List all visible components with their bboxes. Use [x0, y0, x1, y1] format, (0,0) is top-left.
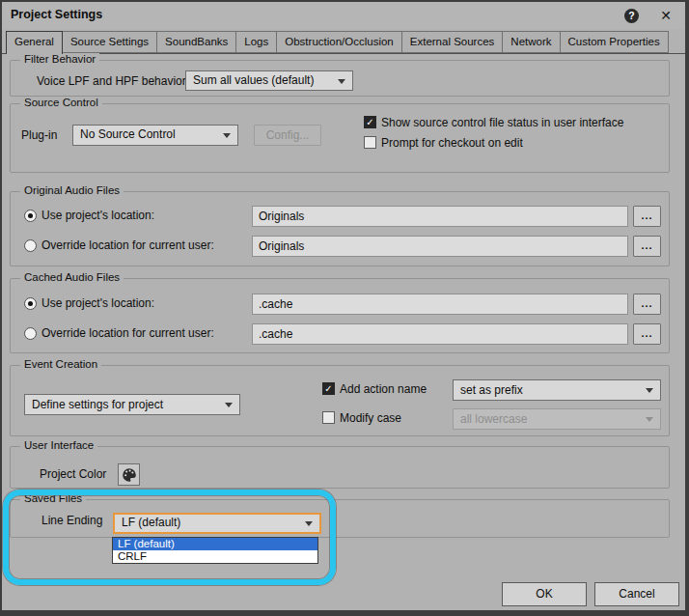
tab-general[interactable]: General: [6, 31, 63, 54]
group-title: Original Audio Files: [20, 184, 124, 196]
tab-logs[interactable]: Logs: [235, 31, 277, 53]
tab-external-sources[interactable]: External Sources: [401, 31, 504, 53]
cancel-button[interactable]: Cancel: [594, 582, 679, 606]
line-ending-value: LF (default): [122, 516, 180, 529]
project-color-button[interactable]: [118, 463, 140, 486]
browse-button[interactable]: ...: [633, 294, 661, 315]
add-action-name-checkbox[interactable]: ✓: [322, 382, 335, 395]
override-location-radio[interactable]: [24, 327, 37, 340]
group-title: Event Creation: [20, 358, 101, 370]
checkmark-icon: ✓: [366, 117, 373, 127]
group-title: Source Control: [20, 97, 102, 108]
source-control-group: Source Control Plug-in No Source Control…: [10, 103, 670, 173]
event-settings-scope-dropdown[interactable]: Define settings for project: [24, 394, 240, 415]
project-color-label: Project Color: [40, 467, 106, 481]
prompt-checkout-label[interactable]: Prompt for checkout on edit: [381, 136, 523, 150]
original-audio-files-group: Original Audio Files Use project's locat…: [10, 191, 670, 266]
checkmark-icon: ✓: [324, 383, 332, 394]
chevron-down-icon: [646, 417, 653, 422]
prompt-checkout-checkbox[interactable]: [364, 136, 376, 149]
originals-path-field[interactable]: Originals: [252, 206, 628, 227]
override-location-label[interactable]: Override location for current user:: [41, 326, 214, 340]
use-project-location-radio[interactable]: [24, 210, 37, 222]
chevron-down-icon: [338, 79, 345, 84]
filter-behavior-group: Filter Behavior Voice LPF and HPF behavi…: [10, 60, 670, 97]
cached-audio-files-group: Cached Audio Files Use project's locatio…: [10, 278, 670, 353]
show-status-checkbox[interactable]: ✓: [364, 116, 376, 128]
override-location-radio[interactable]: [24, 239, 37, 252]
user-interface-group: User Interface Project Color: [10, 446, 670, 489]
add-action-name-value: set as prefix: [460, 383, 523, 397]
cache-path-field[interactable]: .cache: [252, 294, 628, 315]
event-creation-group: Event Creation Define settings for proje…: [10, 365, 670, 436]
add-action-name-dropdown[interactable]: set as prefix: [453, 379, 661, 401]
plugin-label: Plug-in: [21, 128, 57, 142]
tab-custom-properties[interactable]: Custom Properties: [560, 31, 669, 53]
event-settings-scope-value: Define settings for project: [32, 398, 163, 411]
chevron-down-icon: [225, 403, 233, 407]
override-location-label[interactable]: Override location for current user:: [41, 238, 214, 252]
tab-source-settings[interactable]: Source Settings: [62, 31, 157, 53]
browse-button[interactable]: ...: [633, 206, 661, 227]
modify-case-value: all lowercase: [460, 412, 527, 426]
chevron-down-icon: [305, 521, 313, 526]
tab-obstruction-occlusion[interactable]: Obstruction/Occlusion: [276, 31, 402, 53]
line-ending-option-list: LF (default) CRLF: [112, 537, 318, 564]
modify-case-checkbox[interactable]: [322, 411, 335, 424]
browse-button[interactable]: ...: [633, 323, 661, 345]
tab-strip: General Source Settings SoundBanks Logs …: [6, 31, 668, 54]
browse-button[interactable]: ...: [633, 236, 661, 257]
tab-soundbanks[interactable]: SoundBanks: [156, 31, 236, 53]
originals-override-path-field[interactable]: Originals: [252, 236, 628, 257]
tab-network[interactable]: Network: [502, 31, 560, 53]
line-ending-dropdown[interactable]: LF (default): [113, 513, 321, 534]
add-action-name-label[interactable]: Add action name: [340, 382, 427, 396]
use-project-location-label[interactable]: Use project's location:: [41, 296, 154, 310]
plugin-value: No Source Control: [80, 127, 176, 141]
voice-lpf-hpf-value: Sum all values (default): [193, 73, 314, 87]
group-title: Cached Audio Files: [20, 271, 124, 283]
show-status-label[interactable]: Show source control file status in user …: [381, 116, 623, 129]
close-icon[interactable]: ✕: [658, 7, 674, 24]
chevron-down-icon: [223, 133, 231, 138]
group-title: User Interface: [20, 439, 97, 451]
palette-icon: [122, 467, 137, 483]
modify-case-dropdown: all lowercase: [453, 408, 661, 430]
project-settings-dialog: Project Settings ? ✕ General Source Sett…: [0, 0, 689, 616]
modify-case-label[interactable]: Modify case: [340, 411, 401, 425]
voice-lpf-hpf-dropdown[interactable]: Sum all values (default): [185, 70, 353, 91]
group-title: Filter Behavior: [20, 53, 99, 65]
chevron-down-icon: [646, 388, 653, 393]
line-ending-label: Line Ending: [41, 514, 102, 527]
title-bar: Project Settings ? ✕: [2, 2, 685, 29]
option-lf-default[interactable]: LF (default): [113, 538, 317, 550]
use-project-location-label[interactable]: Use project's location:: [41, 209, 154, 222]
ok-button[interactable]: OK: [502, 582, 587, 606]
option-crlf[interactable]: CRLF: [113, 550, 317, 563]
cache-override-path-field[interactable]: .cache: [252, 323, 628, 345]
window-title: Project Settings: [11, 8, 102, 21]
help-icon[interactable]: ?: [624, 9, 639, 23]
config-button: Config...: [254, 125, 321, 146]
saved-files-group: Saved Files Line Ending LF (default): [10, 499, 670, 538]
use-project-location-radio[interactable]: [24, 297, 37, 310]
voice-lpf-hpf-label: Voice LPF and HPF behavior: [37, 74, 186, 88]
source-control-plugin-dropdown[interactable]: No Source Control: [72, 125, 238, 146]
group-title: Saved Files: [20, 492, 86, 504]
